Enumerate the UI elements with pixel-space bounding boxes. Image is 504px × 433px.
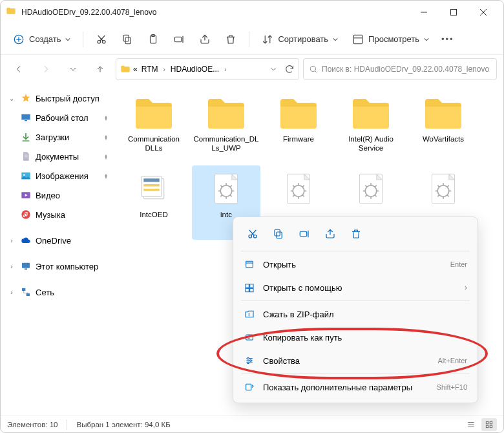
ctx-item-zip[interactable]: Сжать в ZIP-файл	[237, 302, 474, 326]
ctx-delete-button[interactable]	[344, 224, 368, 244]
more-options-icon	[244, 381, 255, 393]
share-icon	[198, 33, 211, 46]
svg-rect-109	[246, 384, 251, 390]
file-item[interactable]: IntcOED	[120, 165, 188, 240]
chevron-down-icon	[65, 36, 71, 43]
svg-rect-86	[486, 425, 488, 428]
sidebar-item-label: Сеть	[36, 288, 54, 297]
file-label: IntcOED	[140, 211, 167, 220]
search-input[interactable]: Поиск в: HDAudioOEDrv_09.22.00.4078_leno…	[303, 58, 497, 80]
sidebar-item-label: Документы	[36, 152, 99, 162]
svg-rect-32	[22, 263, 30, 268]
context-menu: Открыть Enter Открыть с помощью › Сжать …	[233, 216, 478, 403]
file-item[interactable]: Intel(R) Audio Service	[337, 90, 405, 164]
chevron-right-icon: ›	[7, 289, 16, 296]
view-icon	[352, 33, 364, 46]
folder-icon	[120, 64, 131, 74]
ctx-copy-button[interactable]	[267, 224, 290, 244]
sidebar-item-onedrive[interactable]: › OneDrive	[3, 231, 114, 250]
sidebar-item-desktop[interactable]: Рабочий стол	[3, 108, 114, 127]
file-label: Communication DLLs	[121, 135, 187, 153]
forward-button[interactable]	[34, 58, 58, 80]
svg-rect-102	[246, 335, 253, 340]
delete-button[interactable]	[219, 28, 242, 50]
back-button[interactable]	[7, 58, 30, 80]
ctx-share-button[interactable]	[319, 224, 342, 244]
sidebar-item-thispc[interactable]: › Этот компьютер	[3, 257, 114, 276]
svg-rect-84	[486, 421, 488, 424]
window-title: HDAudioOEDrv_09.22.00.4078_lenovo	[21, 8, 409, 17]
paste-button[interactable]	[142, 28, 165, 50]
sidebar-item-downloads[interactable]: Загрузки	[3, 127, 114, 147]
svg-rect-15	[175, 37, 182, 42]
list-view-button[interactable]	[463, 418, 479, 431]
paste-icon	[147, 33, 160, 46]
file-item[interactable]: Firmware	[264, 90, 333, 164]
sidebar-item-pictures[interactable]: Изображения	[3, 166, 114, 185]
sidebar-item-music[interactable]: Музыка	[3, 205, 114, 224]
view-button[interactable]: Просмотреть	[346, 28, 435, 50]
svg-rect-38	[143, 178, 160, 182]
ctx-item-more-options[interactable]: Показать дополнительные параметры Shift+…	[237, 375, 474, 399]
file-label: Intel(R) Audio Service	[338, 135, 404, 153]
ctx-label: Открыть	[263, 260, 443, 269]
file-item[interactable]: WoVartifacts	[409, 90, 478, 164]
breadcrumb[interactable]: « RTM › HDAudioOE... ›	[116, 58, 299, 80]
network-icon	[20, 286, 32, 298]
sidebar-item-label: OneDrive	[36, 236, 71, 246]
svg-rect-1	[451, 10, 457, 16]
svg-rect-85	[490, 421, 492, 424]
search-placeholder: Поиск в: HDAudioOEDrv_09.22.00.4078_leno…	[322, 65, 489, 74]
ctx-item-openwith[interactable]: Открыть с помощью ›	[237, 276, 474, 299]
star-icon	[20, 92, 32, 104]
sort-icon	[261, 33, 274, 46]
chevron-right-icon: ›	[160, 66, 167, 73]
pictures-icon	[20, 170, 32, 182]
minimize-button[interactable]	[409, 2, 439, 23]
cut-button[interactable]	[90, 28, 113, 50]
sidebar-item-quick-access[interactable]: ⌄ Быстрый доступ	[3, 89, 114, 108]
refresh-icon[interactable]	[284, 64, 295, 74]
ctx-item-copypath[interactable]: Копировать как путь	[237, 326, 474, 349]
trash-icon	[224, 33, 237, 46]
svg-point-108	[247, 362, 249, 364]
ctx-cut-button[interactable]	[241, 224, 264, 244]
svg-rect-19	[353, 35, 362, 44]
music-icon	[20, 209, 32, 220]
chevron-down-icon[interactable]	[269, 65, 278, 74]
file-label: Firmware	[283, 135, 314, 144]
svg-point-29	[23, 174, 25, 176]
close-button[interactable]	[468, 2, 498, 23]
recent-dropdown[interactable]	[61, 58, 85, 80]
sidebar-item-label: Музыка	[36, 210, 65, 220]
share-button[interactable]	[193, 28, 216, 50]
file-label: intc	[220, 211, 232, 220]
monitor-icon	[20, 260, 32, 272]
folder-icon	[277, 94, 320, 132]
sort-button[interactable]: Сортировать	[256, 28, 344, 50]
svg-rect-100	[250, 288, 253, 291]
breadcrumb-item[interactable]: RTM	[140, 65, 160, 74]
up-button[interactable]	[89, 58, 112, 80]
ctx-item-properties[interactable]: Свойства Alt+Enter	[237, 349, 474, 372]
chevron-right-icon: ›	[465, 283, 467, 292]
file-icon	[204, 169, 248, 208]
sidebar-item-videos[interactable]: Видео	[3, 185, 114, 205]
status-selection: Выбран 1 элемент: 94,0 КБ	[76, 421, 170, 428]
new-button[interactable]: Создать	[7, 28, 76, 50]
more-button[interactable]: •••	[437, 28, 458, 50]
copy-button[interactable]	[116, 28, 139, 50]
rename-button[interactable]	[167, 28, 191, 50]
ctx-label: Копировать как путь	[263, 333, 467, 343]
breadcrumb-item[interactable]: HDAudioOE...	[169, 65, 220, 74]
grid-view-button[interactable]	[481, 418, 497, 431]
ctx-rename-button[interactable]	[293, 224, 316, 244]
file-item[interactable]: Communication DLLs	[120, 90, 188, 164]
file-item[interactable]: Communication_DLLs_UWP	[192, 90, 260, 164]
chevron-down-icon: ⌄	[7, 95, 16, 102]
ctx-item-open[interactable]: Открыть Enter	[237, 253, 474, 276]
sidebar-item-documents[interactable]: Документы	[3, 147, 114, 166]
sidebar-item-network[interactable]: › Сеть	[3, 282, 114, 302]
open-icon	[244, 259, 255, 270]
maximize-button[interactable]	[439, 2, 468, 23]
